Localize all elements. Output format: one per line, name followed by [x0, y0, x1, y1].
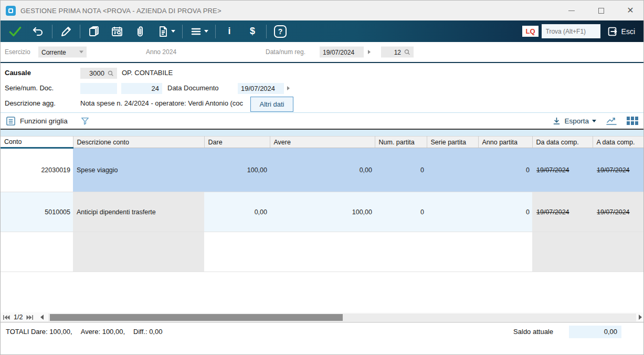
minimize-button[interactable]	[568, 7, 575, 14]
main-toolbar: i $ ? LQ Esci	[1, 20, 643, 42]
cell-anno-partita[interactable]	[478, 232, 532, 272]
bottom-padding	[1, 341, 643, 354]
num-doc-field[interactable]: 24	[121, 83, 162, 94]
maximize-button[interactable]	[597, 7, 605, 14]
cell-dare[interactable]: 0,00	[204, 192, 270, 232]
cell-conto[interactable]	[1, 232, 73, 272]
cell-a-data-comp[interactable]: 19/07/2024	[593, 192, 644, 232]
hamburger-icon	[190, 25, 203, 38]
cell-anno-partita[interactable]: 0	[478, 148, 532, 192]
cell-da-data-comp[interactable]: 19/07/2024	[532, 192, 593, 232]
menu-button[interactable]	[185, 22, 213, 41]
num-reg-value: 12	[394, 48, 401, 56]
confirm-button[interactable]	[4, 22, 27, 41]
serie-doc-field[interactable]	[80, 83, 117, 94]
cell-conto[interactable]: 5010005	[1, 192, 73, 232]
scroll-right-button[interactable]	[637, 315, 643, 320]
esercizio-select[interactable]: Corrente	[38, 47, 87, 58]
title-bar: GESTIONE PRIMA NOTA <PROVA - AZIENDA DI …	[1, 1, 643, 20]
cell-dare[interactable]	[204, 232, 270, 272]
column-header-serie-partita[interactable]: Serie partita	[427, 137, 478, 148]
info-button[interactable]: i	[218, 22, 241, 41]
scroll-left-button[interactable]	[39, 315, 45, 320]
help-button[interactable]: ?	[269, 22, 292, 41]
column-header-a-data-comp[interactable]: A data comp.	[593, 137, 644, 148]
chevron-down-icon	[79, 51, 83, 54]
close-button[interactable]: ✕	[627, 7, 634, 14]
causale-description: OP. CONTABILE	[122, 69, 173, 77]
data-documento-value: 19/07/2024	[241, 85, 275, 92]
cell-serie-partita[interactable]	[427, 192, 478, 232]
cell-a-data-comp[interactable]: 19/07/2024	[593, 148, 644, 192]
data-reg-field[interactable]: 19/07/2024	[320, 47, 364, 58]
undo-icon	[32, 25, 45, 38]
first-page-button[interactable]	[3, 315, 10, 320]
column-header-num-partita[interactable]: Num. partita	[375, 137, 427, 148]
attachments-button[interactable]	[129, 22, 152, 41]
edit-button[interactable]	[55, 22, 78, 41]
num-reg-field[interactable]: 12	[381, 47, 414, 58]
column-header-descrizione[interactable]: Descrizione conto	[73, 137, 204, 148]
column-header-avere[interactable]: Avere	[270, 137, 375, 148]
filter-button[interactable]	[80, 116, 90, 126]
altri-dati-button[interactable]: Altri dati	[250, 97, 293, 112]
descrizione-agg-label: Descrizione agg.	[5, 99, 56, 107]
esercizio-label: Esercizio	[5, 48, 30, 56]
cell-da-data-comp[interactable]: 19/07/2024	[532, 148, 593, 192]
cell-descrizione[interactable]: Spese viaggio	[73, 148, 204, 192]
cell-num-partita[interactable]	[375, 232, 427, 272]
filter-bar: Esercizio Corrente Anno 2024 Data/num re…	[1, 42, 643, 62]
cell-a-data-comp[interactable]	[593, 232, 644, 272]
chart-button[interactable]	[606, 116, 617, 126]
totali-avere: Avere: 100,00,	[81, 328, 125, 336]
copy-button[interactable]	[82, 22, 105, 41]
check-icon	[8, 25, 22, 38]
causale-code-field[interactable]: 3000	[80, 68, 117, 79]
calendar-search-button[interactable]	[105, 22, 129, 41]
arrow-left-icon	[40, 315, 44, 320]
cell-serie-partita[interactable]	[427, 148, 478, 192]
search-icon	[108, 70, 114, 77]
esporta-button[interactable]: Esporta	[552, 117, 596, 126]
cell-da-data-comp[interactable]	[532, 232, 593, 272]
column-header-da-data-comp[interactable]: Da data comp.	[532, 137, 593, 148]
currency-button[interactable]: $	[241, 22, 264, 41]
layout-button[interactable]	[627, 117, 638, 125]
cell-avere[interactable]	[270, 232, 375, 272]
cell-serie-partita[interactable]	[427, 232, 478, 272]
cell-descrizione[interactable]: Anticipi dipendenti trasferte	[73, 192, 204, 232]
exit-icon	[607, 26, 618, 37]
document-menu-button[interactable]	[152, 22, 180, 41]
table-row[interactable]	[1, 232, 644, 272]
cell-conto[interactable]: 22030019	[1, 148, 73, 192]
funzioni-griglia-button[interactable]: Funzioni griglia	[6, 116, 68, 126]
cell-avere[interactable]: 100,00	[270, 192, 375, 232]
toolbar-separator	[215, 25, 216, 38]
date-picker-arrow-icon[interactable]	[368, 50, 371, 54]
cell-dare[interactable]: 100,00	[204, 148, 270, 192]
last-page-button[interactable]	[26, 315, 34, 320]
column-header-conto[interactable]: Conto	[1, 137, 73, 148]
data-num-reg-label: Data/num reg.	[266, 48, 305, 56]
cell-descrizione[interactable]	[73, 232, 204, 272]
cell-num-partita[interactable]: 0	[375, 192, 427, 232]
download-icon	[552, 117, 561, 126]
cell-anno-partita[interactable]: 0	[478, 192, 532, 232]
exit-label: Esci	[621, 27, 635, 36]
column-header-anno-partita[interactable]: Anno partita	[478, 137, 532, 148]
undo-button[interactable]	[27, 22, 50, 41]
data-documento-field[interactable]: 19/07/2024	[238, 83, 284, 94]
date-picker-arrow-icon[interactable]	[287, 86, 290, 90]
grid-layout-icon	[627, 117, 638, 125]
calendar-search-icon	[111, 25, 123, 38]
descrizione-agg-field[interactable]: Nota spese n. 24/2024 - operatore: Verdi…	[80, 99, 247, 107]
horizontal-scrollbar[interactable]	[48, 314, 636, 321]
find-input[interactable]	[542, 24, 600, 38]
exit-button[interactable]: Esci	[604, 26, 638, 37]
table-row[interactable]: 22030019 Spese viaggio 100,00 0,00 0 0 1…	[1, 148, 644, 192]
column-header-dare[interactable]: Dare	[204, 137, 270, 148]
scrollbar-thumb[interactable]	[50, 314, 343, 321]
cell-num-partita[interactable]: 0	[375, 148, 427, 192]
cell-avere[interactable]: 0,00	[270, 148, 375, 192]
table-row[interactable]: 5010005 Anticipi dipendenti trasferte 0,…	[1, 192, 644, 232]
